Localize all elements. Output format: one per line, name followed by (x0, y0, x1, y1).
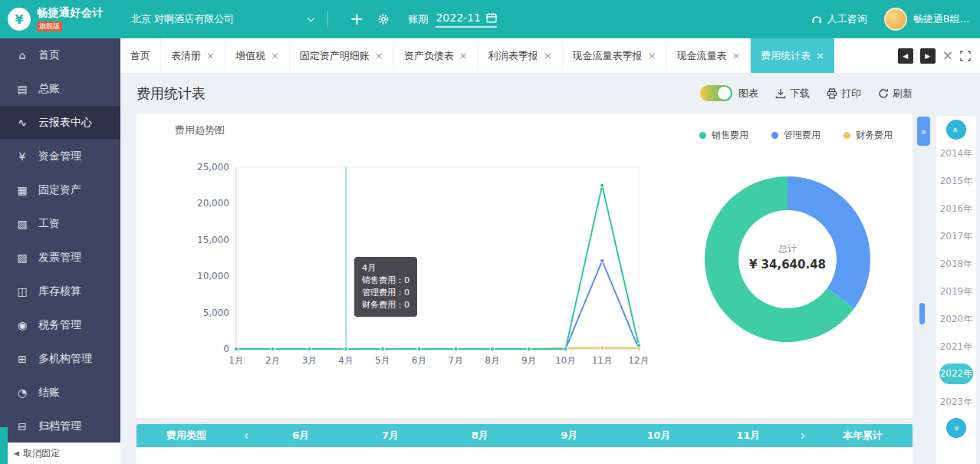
tab[interactable]: 表清册× (161, 38, 225, 73)
year-scroll-down-button[interactable]: « (946, 418, 966, 438)
headset-icon (811, 13, 823, 25)
x-tick-label: 6月 (412, 355, 427, 366)
collapse-panel-button[interactable]: » (917, 117, 930, 146)
tab[interactable]: 现金流量表季报× (563, 38, 667, 73)
tab-scroll-right-button[interactable]: ▶ (920, 48, 936, 64)
pin-strip (0, 427, 8, 464)
page-title: 费用统计表 (136, 84, 206, 103)
year-item[interactable]: 2015年 (936, 167, 976, 195)
print-button[interactable]: 打印 (827, 87, 861, 100)
unpin-label: 取消固定 (23, 447, 60, 460)
sidebar-item-closing[interactable]: ◔结账 (0, 376, 120, 410)
scrollbar-thumb[interactable] (919, 303, 925, 324)
sidebar-item-general-ledger[interactable]: ▤总账 (0, 72, 120, 106)
sidebar-item-fixed-assets[interactable]: ▦固定资产 (0, 173, 120, 207)
tab-close-icon[interactable]: × (271, 51, 279, 61)
period-value[interactable]: 2022-11 (436, 12, 481, 24)
year-item[interactable]: 2014年 (936, 140, 976, 167)
next-months-icon[interactable]: › (793, 429, 813, 443)
data-point (454, 347, 458, 350)
fullscreen-icon[interactable] (960, 51, 971, 61)
support-link[interactable]: 人工咨询 (811, 12, 867, 26)
x-tick-label: 2月 (265, 355, 281, 366)
tab[interactable]: 资产负债表× (394, 38, 478, 73)
refresh-button[interactable]: 刷新 (878, 87, 913, 100)
tab-close-icon[interactable]: × (459, 51, 468, 61)
year-item[interactable]: 2017年 (936, 222, 976, 250)
home-icon: ⌂ (15, 49, 29, 61)
year-item[interactable]: 2020年 (936, 305, 976, 333)
tab-close-icon[interactable]: × (375, 51, 383, 61)
sidebar-item-tax[interactable]: ◉税务管理 (0, 308, 120, 342)
general-ledger-icon: ▤ (15, 83, 29, 95)
tooltip-title: 4月 (362, 262, 409, 275)
tab-scroll-left-button[interactable]: ◀ (898, 48, 913, 64)
period-picker[interactable]: 2022-11 (436, 12, 497, 28)
salary-icon: ▧ (15, 218, 29, 230)
tab-label: 首页 (130, 49, 150, 63)
tab[interactable]: 费用统计表× (751, 38, 834, 73)
year-item[interactable]: 2022年 (939, 364, 973, 384)
unpin-sidebar-button[interactable]: ◀ 取消固定 (8, 443, 120, 464)
sidebar-item-label: 发票管理 (38, 251, 81, 265)
chart-view-toggle[interactable] (700, 85, 732, 101)
collapse-left-icon: ◀ (14, 449, 19, 457)
avatar[interactable] (884, 8, 907, 31)
archive-icon: ⊟ (15, 420, 29, 433)
user-name[interactable]: 畅捷通B组... (913, 12, 969, 26)
year-item[interactable]: 2021年 (936, 333, 976, 360)
tab[interactable]: 利润表季报× (478, 38, 563, 73)
bottom-col-total: 本年累计 (813, 429, 913, 443)
tab-close-icon[interactable]: × (816, 51, 824, 61)
year-item[interactable]: 2016年 (936, 195, 976, 222)
app-logo[interactable]: ¥ 畅捷通好会计 旗舰版 (0, 0, 120, 38)
tab[interactable]: 固定资产明细账× (290, 38, 394, 73)
toggle-label: 图表 (738, 87, 758, 100)
company-name: 北京 对啊酒店有限公司 (131, 12, 234, 26)
sidebar-item-inventory[interactable]: ◫库存核算 (0, 275, 120, 308)
gear-icon (377, 13, 390, 25)
expense-table-body (136, 447, 913, 464)
prev-months-icon[interactable]: ‹ (236, 429, 256, 443)
year-item[interactable]: 2019年 (936, 278, 976, 305)
tab-close-icon[interactable]: × (648, 51, 656, 61)
sidebar-item-multi-org[interactable]: ⊞多机构管理 (0, 342, 120, 376)
data-point (307, 347, 311, 350)
close-all-tabs-icon[interactable]: × (942, 49, 953, 62)
x-tick-label: 11月 (592, 355, 613, 366)
year-item[interactable]: 2023年 (936, 388, 976, 416)
y-tick-label: 5,000 (203, 308, 229, 318)
sidebar-item-cloud-reports[interactable]: ∿云报表中心 (0, 106, 120, 140)
fixed-assets-icon: ▦ (15, 184, 29, 196)
sidebar-item-funds[interactable]: ¥资金管理 (0, 140, 120, 173)
calendar-icon[interactable] (486, 12, 497, 23)
tab-label: 资产负债表 (404, 49, 454, 63)
tab-close-icon[interactable]: × (544, 51, 552, 61)
inventory-icon: ◫ (15, 285, 29, 298)
download-button[interactable]: 下载 (775, 87, 810, 100)
company-selector[interactable]: 北京 对啊酒店有限公司 (131, 12, 314, 26)
year-scroll-up-button[interactable]: « (946, 120, 966, 140)
tab-close-icon[interactable]: × (206, 51, 215, 61)
bottom-col-month: 9月 (525, 429, 614, 443)
tab[interactable]: 首页 (120, 38, 161, 73)
sidebar-item-salary[interactable]: ▧工资 (0, 207, 120, 241)
data-point (600, 258, 604, 262)
sidebar-item-archive[interactable]: ⊟归档管理 (0, 410, 120, 443)
sidebar-item-invoice[interactable]: ▨发票管理 (0, 241, 120, 275)
refresh-icon (878, 88, 889, 99)
data-point (344, 347, 348, 350)
sidebar-item-home[interactable]: ⌂首页 (0, 38, 120, 72)
logo-icon: ¥ (8, 8, 31, 31)
settings-gear-icon[interactable] (377, 13, 390, 25)
donut-slice[interactable] (788, 176, 870, 308)
year-item[interactable]: 2018年 (936, 250, 976, 278)
add-button[interactable]: + (350, 11, 363, 28)
data-point (380, 347, 384, 350)
tab[interactable]: 现金流量表× (666, 38, 751, 73)
funds-icon: ¥ (15, 150, 29, 163)
tab-close-icon[interactable]: × (732, 51, 740, 61)
tab[interactable]: 增值税× (225, 38, 290, 73)
bottom-col-month: 8月 (435, 429, 525, 443)
chart-panel: 费用趋势图 销售费用管理费用财务费用 05,00010,00015,00020,… (136, 114, 913, 418)
